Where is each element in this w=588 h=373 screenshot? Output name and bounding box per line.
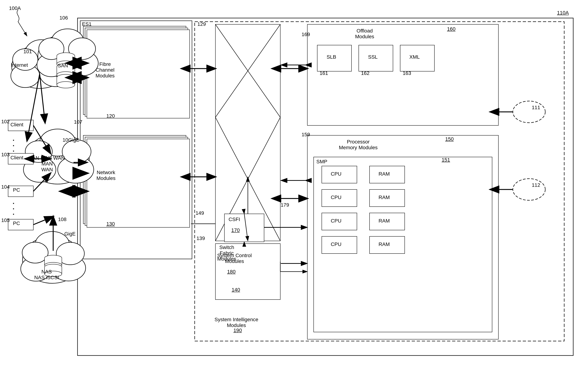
csfi-label: CSFI [229, 217, 240, 222]
si-label: System Intelligence Modules [214, 317, 258, 328]
cpu4-label: CPU [331, 241, 341, 247]
svg-text:·: · [13, 211, 14, 218]
svg-line-15 [215, 24, 280, 117]
es1-label: ES1 [82, 21, 92, 27]
internet-label: Internet [11, 62, 28, 68]
svg-line-93 [33, 125, 51, 154]
ssl-ref: 162 [361, 70, 369, 76]
csfi-ref: 170 [231, 227, 240, 233]
svg-line-97 [40, 74, 45, 123]
svg-point-60 [57, 82, 75, 88]
ref-105: 105 [1, 218, 10, 223]
ref-104: 104 [1, 184, 10, 190]
svg-line-14 [215, 24, 280, 117]
lan-man-wan-label: LAN MAN WAN MAN WAN [29, 155, 65, 173]
svg-point-55 [57, 72, 75, 78]
pmm-ref: 150 [445, 136, 454, 142]
svg-line-96 [33, 217, 53, 225]
svg-point-46 [57, 53, 75, 59]
ram4-label: RAM [378, 241, 390, 247]
svg-line-95 [33, 173, 51, 191]
svg-point-45 [69, 38, 95, 60]
scm-label: System Control Modules [217, 253, 252, 264]
svg-text:·: · [13, 142, 14, 149]
ssl-label: SSL [368, 54, 378, 60]
nm-label: Network Modules [96, 170, 116, 181]
svg-point-66 [62, 140, 91, 163]
xml-label: XML [409, 54, 420, 60]
svg-rect-24 [307, 135, 498, 339]
svg-line-16 [215, 117, 280, 241]
slb-label: SLB [327, 54, 336, 60]
svg-rect-86 [8, 219, 33, 230]
svg-point-72 [56, 242, 84, 265]
ref-179: 179 [281, 202, 289, 208]
ref-106: 106 [60, 15, 68, 21]
svg-point-106 [513, 101, 545, 123]
svg-rect-5 [80, 21, 192, 259]
svg-rect-13 [215, 24, 280, 241]
cpu2-label: CPU [331, 195, 341, 200]
diagram-container: · · · · · · 100A 110A Internet 101 SAN 1 [0, 0, 588, 373]
svg-line-87 [27, 74, 40, 141]
san-label: SAN [58, 63, 68, 69]
cpu3-label: CPU [331, 218, 341, 224]
svg-rect-4 [77, 18, 573, 355]
smp-ref: 151 [442, 157, 450, 163]
scm-ref: 140 [232, 287, 240, 293]
client1-label: Client [10, 122, 23, 128]
ref-110a: 110A [557, 10, 569, 16]
pmm-label: Processor Memory Modules [339, 139, 378, 151]
sfm-ref: 180 [227, 269, 236, 275]
svg-point-40 [38, 34, 94, 77]
svg-point-71 [22, 242, 48, 263]
slb-ref: 161 [320, 70, 328, 76]
svg-rect-57 [57, 77, 75, 85]
si-ref: 190 [233, 328, 242, 333]
offload-ref: 160 [447, 26, 455, 32]
svg-text:·: · [13, 147, 14, 155]
label-10gige: 10GigE [63, 137, 79, 143]
svg-text:·: · [13, 137, 14, 144]
ref-107: 107 [74, 119, 82, 125]
ref-159: 159 [302, 132, 310, 138]
ref-112: 112 [532, 182, 540, 188]
diagram-svg: · · · · · · [0, 0, 588, 373]
label-gige: GigE [64, 231, 75, 237]
svg-line-17 [215, 117, 280, 241]
svg-line-110 [18, 22, 27, 36]
ref-100a: 100A [9, 5, 21, 11]
ref-169: 169 [302, 32, 310, 37]
svg-line-102 [244, 214, 248, 241]
ref-101: 101 [23, 49, 32, 55]
svg-rect-11 [87, 139, 190, 227]
ref-111: 111 [532, 105, 540, 110]
nas-iscsi-label: NAS NAS iSCSI [34, 269, 59, 280]
ram1-label: RAM [378, 171, 390, 177]
ram3-label: RAM [378, 218, 390, 224]
svg-rect-12 [195, 22, 564, 341]
cpu1-label: CPU [331, 171, 341, 177]
svg-text:·: · [13, 205, 14, 213]
offload-label: Offload Modules [355, 28, 374, 40]
svg-point-42 [66, 51, 98, 76]
pc1-label: PC [13, 187, 20, 193]
svg-point-107 [513, 179, 545, 200]
svg-rect-85 [8, 186, 33, 197]
ref-102: 102 [1, 119, 10, 124]
svg-text:·: · [13, 200, 14, 207]
ref-129: 129 [197, 21, 206, 27]
svg-point-44 [39, 38, 64, 60]
fcm-ref: 120 [106, 113, 115, 119]
ref-149: 149 [196, 210, 204, 216]
ref-103: 103 [1, 152, 10, 158]
fcm-label: Fibre Channel Modules [95, 61, 115, 79]
svg-rect-74 [44, 258, 62, 265]
svg-point-73 [44, 255, 62, 261]
ref-108: 108 [58, 217, 66, 222]
smp-label: SMP [316, 159, 327, 165]
pc2-label: PC [13, 220, 20, 226]
nm-ref: 130 [106, 221, 115, 227]
svg-point-56 [57, 74, 75, 81]
svg-point-43 [51, 29, 84, 54]
